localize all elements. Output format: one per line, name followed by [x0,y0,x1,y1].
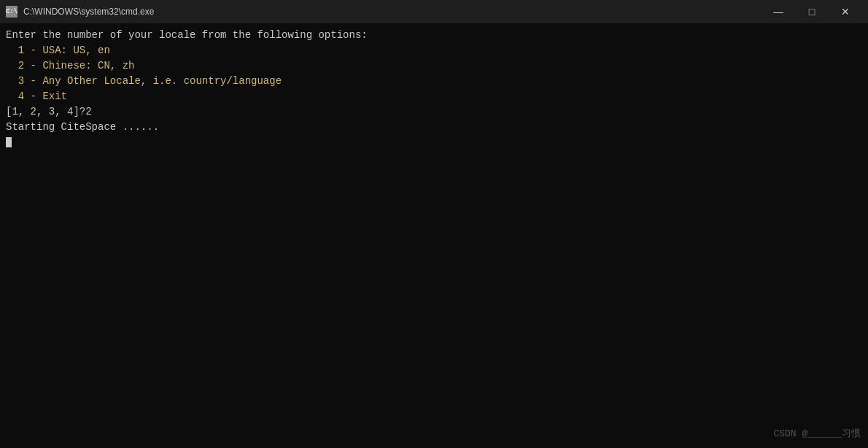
console-line-3: 3 - Any Other Locale, i.e. country/langu… [6,74,862,89]
cursor-line [6,135,862,150]
console-line-0: Enter the number of your locale from the… [6,28,862,43]
title-bar: C:\ C:\WINDOWS\system32\cmd.exe — □ ✕ [0,0,868,23]
console-line-1: 1 - USA: US, en [6,43,862,58]
console-line-6: Starting CiteSpace ...... [6,120,862,135]
cmd-window: C:\ C:\WINDOWS\system32\cmd.exe — □ ✕ En… [0,0,868,448]
title-bar-left: C:\ C:\WINDOWS\system32\cmd.exe [6,6,154,18]
watermark: CSDN @______习惯 [773,427,861,441]
window-controls: — □ ✕ [762,0,862,23]
maximize-button[interactable]: □ [795,0,829,23]
window-title: C:\WINDOWS\system32\cmd.exe [23,7,154,17]
console-line-2: 2 - Chinese: CN, zh [6,58,862,74]
minimize-button[interactable]: — [762,0,795,23]
console-line-4: 4 - Exit [6,89,862,104]
console-body[interactable]: Enter the number of your locale from the… [0,23,868,448]
terminal-cursor [6,137,12,147]
console-line-5: [1, 2, 3, 4]?2 [6,104,862,120]
cmd-icon: C:\ [6,6,18,18]
close-button[interactable]: ✕ [829,0,862,23]
